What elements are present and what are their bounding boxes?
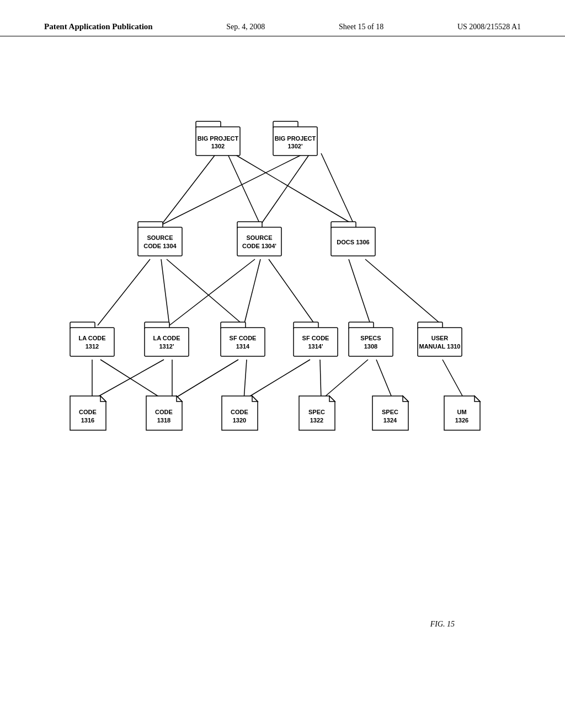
svg-line-24 [443,360,465,400]
svg-line-15 [100,360,164,400]
svg-rect-34 [138,227,182,256]
svg-marker-85 [403,396,408,402]
svg-text:SOURCE: SOURCE [246,234,272,241]
svg-text:1302': 1302' [287,143,302,149]
svg-line-18 [172,360,238,400]
svg-text:1320: 1320 [233,417,246,424]
svg-text:1308: 1308 [364,343,377,350]
figure-caption: FIG. 15 [430,620,455,629]
node-specs-1308: SPECS 1308 [349,322,393,356]
svg-text:CODE: CODE [79,409,97,415]
svg-line-23 [376,360,393,400]
svg-text:SPEC: SPEC [382,409,398,415]
svg-text:USER: USER [431,335,449,341]
svg-line-9 [169,259,255,325]
svg-text:SF CODE: SF CODE [302,335,329,341]
svg-marker-77 [252,396,258,402]
svg-text:1316: 1316 [81,417,94,424]
svg-marker-69 [100,396,106,402]
svg-line-3 [161,153,305,225]
svg-line-4 [260,153,310,225]
svg-text:1312: 1312 [86,343,99,350]
svg-rect-57 [294,328,338,356]
svg-rect-61 [349,328,393,356]
svg-text:1322: 1322 [310,417,323,424]
svg-text:1314: 1314 [236,343,250,350]
node-sfcode-1314: SF CODE 1314 [221,322,265,356]
svg-text:LA CODE: LA CODE [78,335,105,341]
svg-rect-38 [237,227,281,256]
node-bigproject-1302p: BIG PROJECT 1302' [273,121,317,156]
svg-line-0 [161,153,216,225]
svg-text:DOCS 1306: DOCS 1306 [337,239,369,245]
svg-text:1318: 1318 [157,417,170,424]
svg-text:UM: UM [457,409,466,415]
publication-label: Patent Application Publication [44,22,153,31]
svg-text:1314': 1314' [308,343,323,350]
svg-marker-73 [177,396,182,402]
node-lacode-1312: LA CODE 1312 [70,322,114,356]
diagram-container: BIG PROJECT 1302 BIG PROJECT 1302' SOURC… [56,88,509,463]
svg-line-13 [365,259,443,325]
svg-rect-65 [418,328,462,356]
svg-rect-53 [221,328,265,356]
svg-line-22 [321,360,368,400]
svg-text:SOURCE: SOURCE [147,234,173,241]
svg-text:BIG PROJECT: BIG PROJECT [275,135,316,142]
node-docs-1306: DOCS 1306 [331,222,375,256]
svg-text:CODE 1304: CODE 1304 [143,243,177,249]
node-spec-1324: SPEC 1324 [372,396,408,430]
svg-text:1326: 1326 [455,417,468,424]
svg-line-16 [92,360,164,400]
svg-marker-89 [475,396,480,402]
svg-line-5 [321,153,354,225]
svg-line-6 [98,259,150,325]
svg-text:SF CODE: SF CODE [230,335,257,341]
node-spec-1322: SPEC 1322 [299,396,335,430]
svg-line-10 [244,259,260,325]
node-usermanual-1310: USER MANUAL 1310 [418,322,462,356]
node-code-1318: CODE 1318 [146,396,182,430]
svg-line-21 [320,360,321,400]
svg-text:BIG PROJECT: BIG PROJECT [198,135,239,142]
patent-number: US 2008/215528 A1 [457,23,521,31]
svg-rect-49 [145,328,189,356]
svg-text:CODE: CODE [231,409,248,415]
svg-text:1302: 1302 [211,143,225,149]
node-sfcode-1314p: SF CODE 1314' [294,322,338,356]
svg-rect-45 [70,328,114,356]
node-code-1320: CODE 1320 [222,396,258,430]
svg-line-20 [244,360,310,400]
sheet-label: Sheet 15 of 18 [339,23,383,31]
date-label: Sep. 4, 2008 [226,23,265,31]
node-um-1326: UM 1326 [444,396,480,430]
svg-text:CODE: CODE [155,409,173,415]
svg-line-19 [244,360,247,400]
svg-line-12 [349,259,371,325]
svg-line-7 [161,259,169,325]
node-sourcecode-1304: SOURCE CODE 1304 [138,222,182,256]
svg-text:SPEC: SPEC [308,409,325,415]
svg-text:LA CODE: LA CODE [153,335,180,341]
diagram-svg: BIG PROJECT 1302 BIG PROJECT 1302' SOURC… [56,88,509,463]
svg-line-11 [269,259,316,325]
svg-text:1312': 1312' [159,343,174,350]
node-sourcecode-1304p: SOURCE CODE 1304' [237,222,281,256]
svg-text:SPECS: SPECS [360,335,381,341]
svg-text:MANUAL 1310: MANUAL 1310 [419,343,461,350]
node-lacode-1312p: LA CODE 1312' [145,322,189,356]
page-header: Patent Application Publication Sep. 4, 2… [0,0,565,36]
svg-line-8 [167,259,244,325]
svg-text:CODE 1304': CODE 1304' [242,243,276,249]
svg-marker-81 [329,396,335,402]
svg-line-2 [233,153,354,225]
svg-text:1324: 1324 [383,417,397,424]
node-bigproject-1302: BIG PROJECT 1302 [196,121,240,156]
node-code-1316: CODE 1316 [70,396,106,430]
